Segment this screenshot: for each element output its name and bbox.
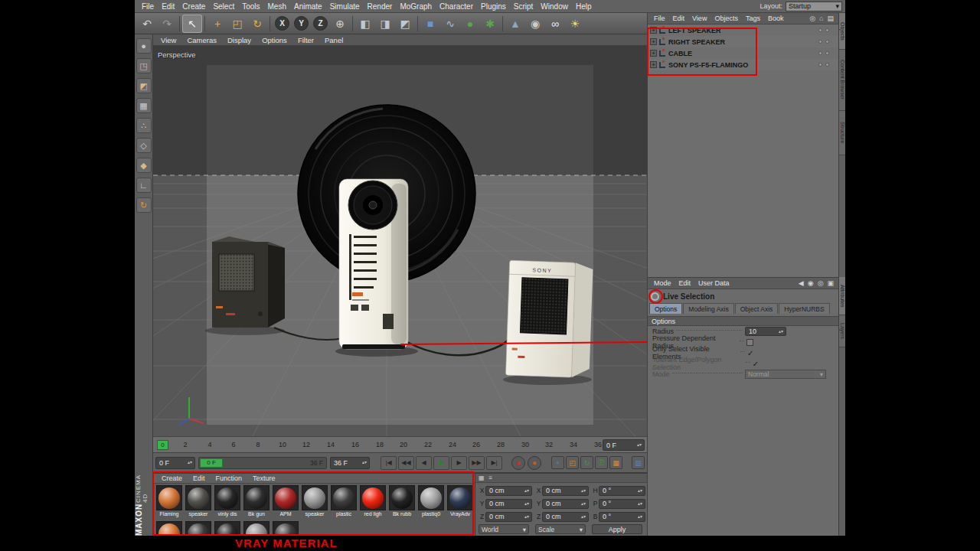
stepper-icon[interactable]: ▴▾: [778, 330, 784, 334]
left-speaker[interactable]: [212, 236, 285, 328]
menu-simulate[interactable]: Simulate: [326, 2, 364, 11]
menu-window[interactable]: Window: [537, 2, 572, 11]
redo-icon[interactable]: ↷: [157, 15, 177, 33]
timeline-slider-thumb[interactable]: 0 F: [200, 458, 223, 468]
material-item[interactable]: speaker: [300, 485, 329, 518]
lock-y-icon[interactable]: Y: [294, 16, 309, 31]
object-row-sony-flamingo[interactable]: + SONY PS-F5-FLAMINGO: [648, 59, 838, 70]
attr-menu-userdata[interactable]: User Data: [694, 279, 733, 287]
size-z-input[interactable]: 0 cm▴▾: [542, 512, 589, 522]
stepper-icon[interactable]: ▴▾: [361, 461, 368, 465]
om-menu-view[interactable]: View: [688, 15, 710, 22]
edge-mode-icon[interactable]: ◇: [136, 138, 152, 153]
uv-mode-icon[interactable]: ▦: [136, 98, 152, 113]
search-icon[interactable]: ◎: [818, 279, 824, 287]
add-hypernurbs-icon[interactable]: ●: [460, 15, 480, 33]
pressure-radius-checkbox[interactable]: [746, 339, 753, 346]
material-thumbnail[interactable]: [389, 485, 415, 510]
object-label[interactable]: SONY PS-F5-FLAMINGO: [668, 61, 818, 69]
current-frame-field[interactable]: 0 F▴▾: [603, 439, 645, 451]
material-item[interactable]: plastiq0: [416, 485, 446, 518]
live-selection-icon[interactable]: ↖: [182, 15, 202, 33]
record-rotation-icon[interactable]: ↻: [580, 456, 593, 469]
tab-object-axis[interactable]: Object Axis: [735, 303, 779, 314]
next-key-icon[interactable]: ▶▶: [469, 456, 485, 470]
material-item[interactable]: vinly dis: [213, 485, 242, 518]
menu-render[interactable]: Render: [364, 2, 397, 11]
material-item[interactable]: [271, 521, 300, 536]
menu-select[interactable]: Select: [209, 2, 238, 11]
material-thumbnail[interactable]: [447, 485, 473, 510]
material-item[interactable]: [184, 521, 213, 536]
record-parameter-icon[interactable]: Ⓟ: [595, 456, 608, 469]
goto-end-icon[interactable]: ▶|: [486, 456, 502, 470]
mat-menu-edit[interactable]: Edit: [188, 474, 211, 482]
add-mograph-icon[interactable]: ✱: [480, 15, 500, 33]
rotate-tool-icon[interactable]: ↻: [247, 15, 267, 33]
point-mode-icon[interactable]: ∴: [136, 118, 152, 133]
lock-icon[interactable]: ▤: [827, 15, 834, 22]
visible-elements-checkbox[interactable]: ✓: [747, 349, 753, 357]
material-thumbnail[interactable]: [185, 485, 211, 510]
tab-objects-vertical[interactable]: Objects: [839, 13, 845, 50]
material-item[interactable]: Bk rubb: [387, 485, 416, 518]
keyframe-presets-icon[interactable]: ▦: [609, 456, 622, 469]
mat-menu-create[interactable]: Create: [156, 474, 188, 482]
record-scale-icon[interactable]: ◰: [566, 456, 579, 469]
stepper-icon[interactable]: ▴▾: [524, 489, 530, 493]
menu-plugins[interactable]: Plugins: [477, 2, 510, 11]
material-item[interactable]: [213, 521, 242, 536]
expand-icon[interactable]: +: [650, 61, 657, 68]
stepper-icon[interactable]: ▴▾: [637, 515, 643, 519]
vp-menu-view[interactable]: View: [155, 36, 181, 44]
make-editable-icon[interactable]: ●: [136, 38, 152, 54]
object-row-cable[interactable]: + CABLE: [648, 47, 838, 59]
om-menu-edit[interactable]: Edit: [669, 15, 689, 22]
material-thumbnail[interactable]: [302, 485, 328, 510]
3d-scene[interactable]: SONY: [153, 46, 647, 436]
material-item[interactable]: speaker: [184, 485, 213, 518]
move-tool-icon[interactable]: +: [207, 15, 227, 33]
object-row-right-speaker[interactable]: + RIGHT SPEAKER: [648, 36, 838, 47]
record-keyframe-icon[interactable]: ●: [511, 456, 525, 470]
object-row-left-speaker[interactable]: + LEFT SPEAKER: [648, 24, 838, 36]
add-cube-icon[interactable]: ■: [420, 15, 440, 33]
tab-structure-vertical[interactable]: Structure: [839, 111, 845, 155]
filter-icon[interactable]: ◉: [808, 279, 814, 287]
add-camera-icon[interactable]: ◉: [525, 15, 545, 33]
mat-menu-function[interactable]: Function: [211, 474, 248, 482]
render-region-icon[interactable]: ◨: [375, 15, 395, 33]
right-speaker[interactable]: SONY: [506, 260, 593, 378]
size-dropdown[interactable]: Scale▾: [535, 524, 586, 534]
size-y-input[interactable]: 0 cm▴▾: [542, 499, 589, 509]
menu-tools[interactable]: Tools: [238, 2, 263, 11]
stepper-icon[interactable]: ▴▾: [580, 489, 586, 493]
tab-modeling-axis[interactable]: Modeling Axis: [683, 303, 733, 314]
back-icon[interactable]: ◀: [799, 279, 804, 287]
tab-hypernurbs[interactable]: HyperNURBS: [779, 303, 829, 314]
options-section-header[interactable]: Options: [648, 316, 838, 326]
visibility-toggles[interactable]: [818, 28, 838, 32]
expand-icon[interactable]: +: [650, 38, 657, 45]
vp-menu-cameras[interactable]: Cameras: [181, 36, 222, 44]
size-x-input[interactable]: 0 cm▴▾: [542, 486, 589, 496]
vp-menu-panel[interactable]: Panel: [319, 36, 348, 44]
display-toggle-icon[interactable]: ∞: [545, 15, 565, 33]
add-light-icon[interactable]: ☀: [565, 15, 585, 33]
om-menu-tags[interactable]: Tags: [742, 15, 764, 22]
material-thumbnail[interactable]: [418, 485, 444, 510]
layout-dropdown[interactable]: Startup ▾: [786, 2, 842, 11]
timeline-slider[interactable]: 0 F 36 F: [198, 457, 327, 469]
material-item[interactable]: Flaming: [155, 485, 184, 518]
menu-icon[interactable]: ≡: [489, 474, 493, 481]
coordinate-system-icon[interactable]: ⊕: [330, 15, 350, 33]
position-z-input[interactable]: 0 cm▴▾: [485, 512, 532, 522]
autokey-icon[interactable]: ●: [528, 456, 541, 470]
position-y-input[interactable]: 0 cm▴▾: [485, 499, 532, 509]
render-view-icon[interactable]: ◧: [355, 15, 375, 33]
stepper-icon[interactable]: ▴▾: [637, 489, 643, 493]
lock-icon[interactable]: ▣: [827, 279, 834, 287]
snap-icon[interactable]: ↻: [136, 197, 152, 213]
stepper-icon[interactable]: ▴▾: [637, 502, 643, 506]
play-icon[interactable]: ▶: [433, 456, 449, 470]
